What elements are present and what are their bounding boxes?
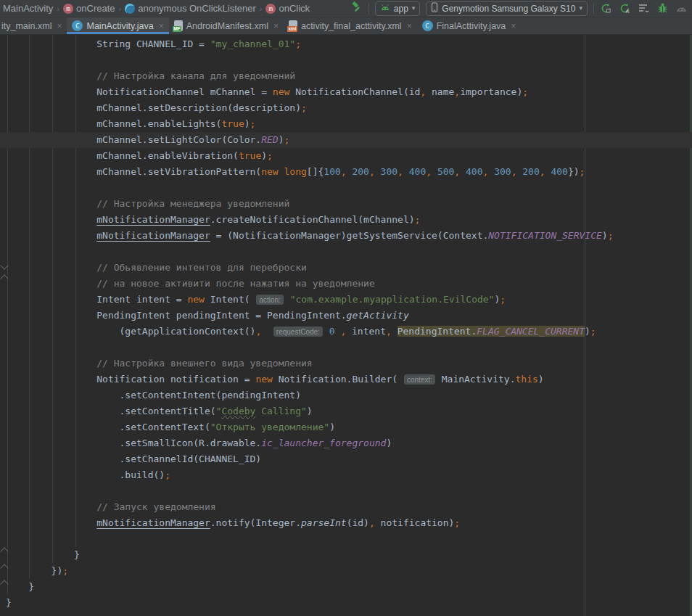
toolbar-right-group: app ▾ Genymotion Samsung Galaxy S10 ▾ (350, 1, 688, 16)
code-token: mNotificationManager (96, 517, 210, 528)
code-line[interactable]: } (0, 595, 692, 611)
code-line[interactable] (0, 340, 692, 356)
code-line[interactable]: mNotificationManager.createNotificationC… (0, 212, 692, 228)
tab-activity-final-acttivity-xml[interactable]: xmlactivity_final_acttivity.xml× (284, 17, 417, 34)
code-line[interactable]: } (0, 579, 692, 595)
run-tasks-list-icon[interactable] (638, 2, 650, 15)
build-hammer-icon[interactable] (350, 1, 363, 16)
code-line[interactable]: // Настройка менеджера уведомлений (0, 196, 692, 212)
code-line[interactable]: // Обьявление интентов для переброски (0, 260, 692, 276)
code-token: .notify(Integer. (210, 517, 301, 528)
profile-icon[interactable] (675, 2, 688, 15)
apply-changes-icon[interactable] (600, 2, 612, 15)
code-token: .createNotificationChannel(mChannel) (210, 214, 415, 225)
debug-icon[interactable] (656, 2, 669, 15)
run-configuration-select[interactable]: app ▾ (375, 1, 421, 16)
breadcrumb-separator: › (119, 4, 122, 13)
java-class-icon: C (72, 20, 83, 31)
code-token: , (426, 166, 432, 177)
tab-close-icon[interactable]: × (159, 21, 164, 31)
code-token: 400 (466, 166, 482, 177)
code-line[interactable]: }); (0, 563, 692, 579)
parameter-hint: action: (256, 295, 283, 305)
code-line[interactable]: mChannel.enableLights(true); (0, 116, 692, 132)
code-line[interactable]: .build(); (0, 467, 692, 483)
code-token: }) (6, 565, 62, 576)
code-line[interactable]: mChannel.enableVibration(true); (0, 148, 692, 164)
run-actions-group: A (600, 2, 688, 15)
code-line[interactable]: .setContentText("Открыть уведомление") (0, 419, 692, 435)
code-line[interactable]: // на новое активити после нажатия на ув… (0, 276, 692, 292)
code-line[interactable] (0, 531, 692, 547)
code-line[interactable]: mChannel.setLightColor(Color.RED); (0, 132, 692, 148)
tab-close-icon[interactable]: × (407, 21, 412, 31)
code-token: .setContentTitle( (6, 406, 216, 416)
code-line[interactable]: (getApplicationContext(), requestCode: 0… (0, 324, 692, 340)
code-line[interactable]: mNotificationManager.notify(Integer.pars… (0, 515, 692, 531)
code-editor[interactable]: String CHANNEL_ID = "my_channel_01"; // … (0, 35, 692, 616)
code-token: // Запуск уведомления (6, 501, 216, 512)
code-line[interactable] (0, 52, 692, 68)
code-line[interactable]: .setContentIntent(pendingIntent) (0, 387, 692, 403)
code-line[interactable]: Notification notification = new Notifica… (0, 371, 692, 387)
code-line[interactable]: mChannel.setVibrationPattern(new long[]{… (0, 164, 692, 180)
breadcrumb-item[interactable]: monCreate (63, 3, 115, 14)
code-line[interactable]: // Настройка внешнего вида уведомления (0, 356, 692, 371)
code-token: Notification.Builder( (273, 374, 403, 385)
code-token (488, 166, 494, 177)
code-token: , (386, 326, 392, 337)
breadcrumb-item[interactable]: MainActivity (3, 3, 53, 14)
breadcrumb-item[interactable]: monClick (265, 3, 310, 14)
code-line[interactable]: Intent intent = new Intent( action: "com… (0, 292, 692, 308)
code-line[interactable]: NotificationChannel mChannel = new Notif… (0, 84, 692, 100)
code-line[interactable]: .setContentTitle("Codeby Calling") (0, 403, 692, 419)
tab-androidmanifest-xml[interactable]: MFAndroidManifest.xml× (169, 17, 284, 34)
tab-ity-main-xml[interactable]: ity_main.xml× (0, 17, 67, 34)
tab-close-icon[interactable]: × (57, 21, 62, 31)
code-line[interactable]: // Запуск уведомления (0, 499, 692, 515)
parameter-hint: requestCode: (273, 327, 323, 337)
code-token: (id) (347, 517, 369, 528)
code-line[interactable]: PendingIntent pendingIntent = PendingInt… (0, 308, 692, 324)
code-token: ) (261, 150, 267, 161)
code-token: ; (500, 294, 506, 305)
code-token: ; (415, 214, 421, 225)
apply-code-changes-icon[interactable]: A (619, 2, 631, 15)
breadcrumb-item[interactable]: anonymous OnClickListener (125, 3, 256, 14)
code-line[interactable]: String CHANNEL_ID = "my_channel_01"; (0, 36, 692, 52)
code-token: mNotificationManager (96, 230, 210, 241)
code-token: ; (250, 118, 256, 129)
code-token: // Настройка менеджера уведомлений (6, 198, 289, 209)
code-line[interactable]: } (0, 547, 692, 563)
phone-icon (431, 2, 438, 15)
code-token: ) (386, 438, 392, 448)
code-line[interactable] (0, 244, 692, 260)
code-token: mChannel.setVibrationPattern( (6, 166, 261, 177)
code-token (403, 166, 409, 177)
code-token: new (261, 166, 278, 177)
chevron-down-icon: ▾ (579, 5, 582, 12)
code-line[interactable]: .setChannelId(CHANNEL_ID) (0, 451, 692, 467)
tab-close-icon[interactable]: × (511, 21, 516, 31)
code-line[interactable]: mNotificationManager = (NotificationMana… (0, 228, 692, 244)
code-line[interactable]: .setSmallIcon(R.drawable.ic_launcher_for… (0, 435, 692, 451)
code-line[interactable]: // Настройка канала для уведомлений (0, 68, 692, 84)
tab-finalacttivity-java[interactable]: CFinalActtivity.java× (417, 17, 522, 34)
code-line[interactable]: mChannel.setDescription(description); (0, 100, 692, 116)
code-token: "Открыть уведомление" (210, 422, 329, 432)
code-token: notification) (375, 517, 455, 528)
tab-close-icon[interactable]: × (273, 21, 279, 31)
tab-mainactivity-java[interactable]: CMainActivity.java× (67, 17, 168, 34)
code-token (279, 166, 284, 177)
code-line[interactable] (0, 180, 692, 196)
code-token: long (284, 166, 307, 177)
code-token: mChannel.enableVibration( (6, 150, 239, 161)
code-token: 400 (409, 166, 426, 177)
code-token: Intent intent = (6, 294, 187, 305)
file-type-badge: xml (287, 26, 297, 32)
code-token: FLAG_CANCEL_CURRENT (477, 326, 585, 337)
device-select[interactable]: Genymotion Samsung Galaxy S10 ▾ (426, 1, 588, 16)
code-token (6, 214, 96, 225)
code-token (432, 166, 437, 177)
code-line[interactable] (0, 483, 692, 499)
